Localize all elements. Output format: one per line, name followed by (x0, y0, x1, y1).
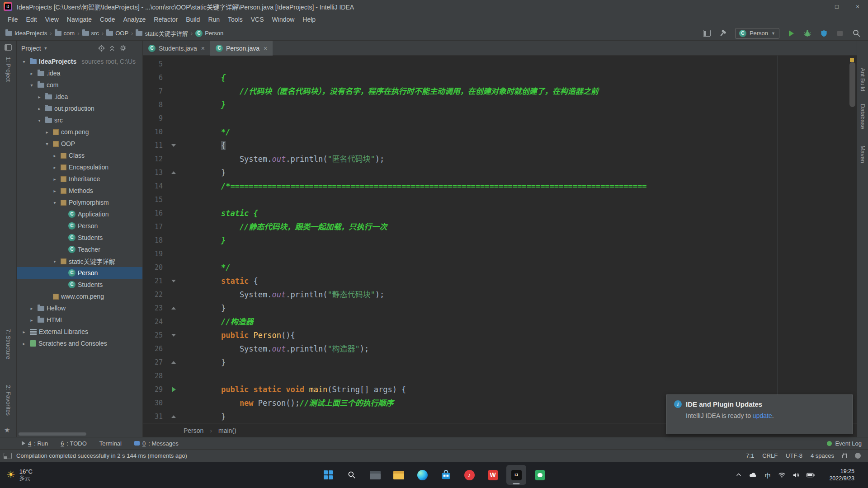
update-link[interactable]: update (753, 412, 772, 419)
tree-collapsed-arrow[interactable]: ▸ (51, 177, 58, 182)
toolwindow-switcher-icon[interactable] (4, 453, 12, 459)
stop-button[interactable] (835, 29, 844, 38)
code-line-11[interactable]: 11 { (143, 139, 857, 152)
weather-widget[interactable]: ☀ 16°C 多云 (6, 462, 33, 488)
maximize-button[interactable]: □ (826, 0, 847, 13)
tree-item-Methods[interactable]: ▸Methods (17, 185, 142, 197)
breadcrumb-item-IdeaProjects[interactable]: IdeaProjects (5, 30, 47, 37)
menu-item-help[interactable]: Help (298, 13, 320, 26)
code-line-9[interactable]: 9 (143, 112, 857, 125)
tree-item-Teacher[interactable]: CTeacher (17, 244, 142, 255)
toolwindow-button-database[interactable]: Database (859, 104, 866, 129)
layout-icon[interactable] (703, 29, 712, 38)
fold-open-icon[interactable] (165, 139, 183, 152)
tree-item-HTML[interactable]: ▸HTML (17, 314, 142, 326)
tree-item-Students[interactable]: CStudents (17, 232, 142, 244)
code-line-14[interactable]: 14 /*===================================… (143, 179, 857, 193)
toolwindow-button-project[interactable]: 1: Project (5, 57, 12, 82)
breadcrumb-item-Person[interactable]: CPerson (195, 30, 223, 37)
tree-item-out.production[interactable]: ▸out.production (17, 103, 142, 114)
code-line-28[interactable]: 28 (143, 369, 857, 383)
tree-expanded-arrow[interactable]: ▾ (51, 200, 58, 205)
fold-close-icon[interactable] (165, 410, 183, 423)
project-toolwindow-icon[interactable] (5, 44, 12, 51)
code-line-17[interactable]: 17 //静态代码块，跟类一起加载，只执行一次 (143, 220, 857, 234)
taskbar-explorer-icon[interactable] (389, 465, 409, 485)
tree-expanded-arrow[interactable]: ▾ (36, 118, 43, 123)
tree-collapsed-arrow[interactable]: ▸ (20, 341, 28, 346)
chevron-down-icon[interactable]: ▼ (44, 46, 48, 51)
tree-item-.idea[interactable]: ▸.idea (17, 91, 142, 103)
tree-collapsed-arrow[interactable]: ▸ (36, 106, 43, 111)
battery-icon[interactable] (807, 473, 815, 478)
menu-item-tools[interactable]: Tools (224, 13, 247, 26)
taskbar-green-icon[interactable] (530, 465, 550, 485)
tree-item-OOP[interactable]: ▾OOP (17, 138, 142, 150)
code-line-8[interactable]: 8 } (143, 98, 857, 112)
taskbar-idea-icon[interactable]: IJ (506, 465, 526, 485)
input-icon[interactable]: 中 (764, 471, 771, 479)
inspections-icon[interactable] (855, 453, 861, 459)
volume-icon[interactable] (793, 472, 800, 478)
close-tab-icon[interactable]: × (264, 45, 267, 52)
menu-item-code[interactable]: Code (96, 13, 119, 26)
tree-expanded-arrow[interactable]: ▾ (28, 83, 35, 88)
toolwindow-button-6-todo[interactable]: 6: TODO (61, 440, 87, 447)
toolwindow-button-maven[interactable]: Maven (859, 145, 866, 163)
close-tab-icon[interactable]: × (201, 45, 205, 52)
line-ending[interactable]: CRLF (762, 452, 778, 459)
code-line-20[interactable]: 20 */ (143, 261, 857, 274)
close-button[interactable]: × (847, 0, 868, 13)
file-encoding[interactable]: UTF-8 (786, 452, 802, 459)
tree-item-Polymorphism[interactable]: ▾Polymorphism (17, 197, 142, 208)
code-line-15[interactable]: 15 (143, 193, 857, 206)
toolwindow-button-terminal[interactable]: Terminal (99, 440, 122, 447)
lock-icon[interactable] (842, 455, 847, 458)
tree-expanded-arrow[interactable]: ▾ (43, 141, 51, 146)
menu-item-edit[interactable]: Edit (22, 13, 41, 26)
taskbar-music-icon[interactable]: ♪ (459, 465, 479, 485)
taskbar-search-icon[interactable] (342, 465, 362, 485)
tree-collapsed-arrow[interactable]: ▸ (51, 153, 58, 158)
tree-collapsed-arrow[interactable]: ▸ (28, 71, 35, 76)
run-configuration-select[interactable]: C Person ▼ (735, 28, 779, 39)
menu-item-analyze[interactable]: Analyze (119, 13, 150, 26)
code-line-18[interactable]: 18 } (143, 234, 857, 247)
locate-file-icon[interactable] (97, 44, 105, 52)
tree-item-com[interactable]: ▾com (17, 79, 142, 91)
menu-item-build[interactable]: Build (182, 13, 204, 26)
tree-collapsed-arrow[interactable]: ▸ (28, 318, 35, 323)
fold-close-icon[interactable] (165, 356, 183, 369)
code-line-21[interactable]: 21 static { (143, 274, 857, 288)
code-line-7[interactable]: 7 //代码块（匿名代码块），没有名字，程序在执行时不能主动调用，在创建对象时就… (143, 84, 857, 98)
taskbar-wps-icon[interactable]: W (483, 465, 503, 485)
menu-item-window[interactable]: Window (268, 13, 299, 26)
tab-Person.java[interactable]: CPerson.java× (210, 41, 273, 56)
breadcrumb-item-com[interactable]: com (55, 30, 75, 37)
code-line-12[interactable]: 12 System.out.println("匿名代码块"); (143, 152, 857, 166)
code-line-6[interactable]: 6 { (143, 71, 857, 84)
tree-item-com.peng[interactable]: ▸com.peng (17, 126, 142, 138)
menu-item-vcs[interactable]: VCS (247, 13, 268, 26)
horizontal-scrollbar[interactable] (19, 432, 86, 436)
code-line-26[interactable]: 26 System.out.println("构造器"); (143, 342, 857, 356)
toolwindow-button-structure[interactable]: 7: Structure (5, 329, 12, 359)
event-log-button[interactable]: Event Log (827, 440, 868, 447)
tree-collapsed-arrow[interactable]: ▸ (51, 188, 58, 193)
caret-position[interactable]: 7:1 (746, 452, 754, 459)
menu-item-refactor[interactable]: Refactor (150, 13, 182, 26)
search-everywhere-icon[interactable] (852, 29, 861, 38)
fold-close-icon[interactable] (165, 166, 183, 179)
menu-item-run[interactable]: Run (204, 13, 224, 26)
tree-item-Hellow[interactable]: ▸Hellow (17, 302, 142, 314)
tree-collapsed-arrow[interactable]: ▸ (36, 94, 43, 99)
tree-item-Scratches and Consoles[interactable]: ▸Scratches and Consoles (17, 338, 142, 349)
collapse-all-icon[interactable] (108, 44, 116, 52)
tree-item-Encapsulation[interactable]: ▸Encapsulation (17, 161, 142, 173)
coverage-shield-icon[interactable] (819, 29, 828, 38)
tree-item-Person[interactable]: CPerson (17, 267, 142, 279)
gear-icon[interactable] (119, 44, 127, 52)
menu-item-file[interactable]: File (4, 13, 22, 26)
fold-open-icon[interactable] (165, 328, 183, 342)
breadcrumb-class[interactable]: Person (184, 427, 203, 434)
